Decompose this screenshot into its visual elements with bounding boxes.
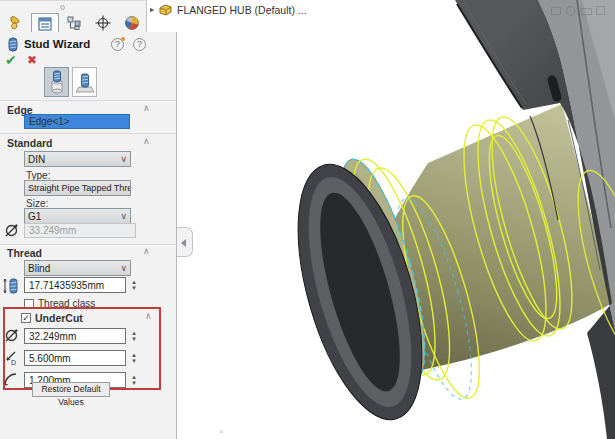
size-dropdown[interactable]: G1 ∨: [24, 208, 131, 224]
ghost-toolbar-icon[interactable]: [581, 8, 592, 15]
ok-icon: ✔: [5, 52, 17, 68]
spinner-down-icon[interactable]: ▾: [132, 336, 136, 342]
end-condition-value: Blind: [28, 263, 50, 274]
panel-collapse-handle[interactable]: [177, 227, 193, 257]
panel-collapse-arrow-icon: [181, 239, 186, 247]
thread-class-checkbox[interactable]: [24, 299, 34, 309]
collapse-edge-icon[interactable]: ∧: [143, 103, 150, 113]
type-dropdown-value: Straight Pipe Tapped Thread: [28, 183, 131, 193]
ghost-toolbar-icon[interactable]: [566, 6, 575, 16]
tab-propertymanager[interactable]: [31, 13, 59, 33]
thread-class-label: Thread class: [38, 298, 95, 309]
undercut-diameter-icon: [4, 328, 19, 343]
svg-text:D: D: [11, 359, 16, 366]
standard-section-header: Standard: [7, 137, 53, 149]
feature-tree-icon: [8, 15, 24, 31]
cancel-button[interactable]: ✖: [27, 53, 37, 67]
stud-on-cylinder-icon: [48, 70, 66, 94]
tab-dimxpertmanager[interactable]: [89, 13, 117, 33]
panel-tab-strip: [0, 0, 147, 32]
thread-depth-field[interactable]: [24, 277, 126, 293]
pin-help-icon[interactable]: ?: [111, 38, 124, 51]
3d-viewport[interactable]: [178, 0, 615, 439]
breadcrumb[interactable]: ▸ FLANGED HUB (Default) ...: [150, 3, 307, 16]
help-icon[interactable]: ?: [133, 38, 146, 51]
collapse-standard-icon[interactable]: ∧: [143, 136, 150, 146]
section-divider: [0, 244, 176, 245]
origin-marker: ×: [219, 427, 224, 436]
restore-default-values-button[interactable]: Restore Default Values: [32, 382, 110, 397]
breadcrumb-label: FLANGED HUB (Default) ...: [177, 4, 307, 16]
spinner-down-icon[interactable]: ▾: [132, 285, 136, 291]
undercut-section-header: UnderCut: [35, 312, 83, 324]
part-icon: [158, 3, 173, 16]
spinner-down-icon[interactable]: ▾: [132, 358, 136, 364]
major-diameter-field: [24, 223, 136, 238]
undercut-radius-icon: [3, 372, 19, 388]
grip-dot-icon[interactable]: [60, 5, 65, 10]
edge-selection-item[interactable]: Edge<1>: [24, 114, 130, 129]
standard-dropdown-value: DIN: [28, 154, 45, 165]
undercut-diameter-field[interactable]: [24, 328, 126, 344]
chevron-down-icon: ∨: [120, 211, 127, 221]
ghost-toolbar-icon[interactable]: [596, 6, 605, 15]
type-dropdown[interactable]: Straight Pipe Tapped Thread ∨: [24, 180, 131, 196]
stud-icon: [7, 37, 19, 53]
stud-on-surface-button[interactable]: [72, 67, 97, 97]
end-condition-dropdown[interactable]: Blind ∨: [24, 260, 131, 276]
undercut-depth-field[interactable]: [24, 350, 126, 366]
collapse-thread-icon[interactable]: ∧: [143, 246, 150, 256]
undercut-radius-spinner[interactable]: ▴ ▾: [129, 374, 139, 386]
tab-configurationmanager[interactable]: [60, 13, 88, 33]
thread-depth-icon: [2, 277, 20, 295]
panel-title: Stud Wizard: [24, 38, 90, 50]
standard-dropdown[interactable]: DIN ∨: [24, 151, 131, 167]
thread-depth-spinner[interactable]: ▴ ▾: [129, 279, 139, 291]
tab-featuremanager[interactable]: [2, 13, 30, 33]
size-dropdown-value: G1: [28, 211, 41, 222]
cancel-icon: ✖: [27, 53, 37, 67]
thread-section-header: Thread: [7, 247, 42, 259]
stud-on-surface-icon: [75, 70, 95, 94]
ghost-toolbar-icon[interactable]: [551, 7, 561, 15]
stud-on-cylinder-button[interactable]: [44, 67, 69, 97]
configuration-manager-icon: [66, 15, 82, 31]
chevron-down-icon: ∨: [120, 263, 127, 273]
chevron-down-icon: ∨: [120, 154, 127, 164]
property-manager-icon: [37, 16, 53, 32]
collapse-undercut-icon[interactable]: ∧: [145, 311, 152, 321]
diameter-icon: [4, 223, 19, 238]
display-manager-icon: [124, 15, 140, 31]
section-divider: [0, 133, 176, 134]
undercut-depth-spinner[interactable]: ▴ ▾: [129, 352, 139, 364]
dimxpert-icon: [95, 15, 111, 31]
section-divider: [0, 100, 176, 101]
tab-displaymanager[interactable]: [118, 13, 146, 33]
application-window: × ▸ FLANGED HUB (Default) ...: [0, 0, 615, 439]
spinner-down-icon[interactable]: ▾: [132, 380, 136, 386]
ok-button[interactable]: ✔: [5, 52, 17, 68]
undercut-diameter-spinner[interactable]: ▴ ▾: [129, 330, 139, 342]
undercut-checkbox[interactable]: ✓: [21, 313, 31, 323]
undercut-depth-icon: D: [3, 350, 19, 366]
expand-arrow-icon[interactable]: ▸: [150, 5, 154, 14]
